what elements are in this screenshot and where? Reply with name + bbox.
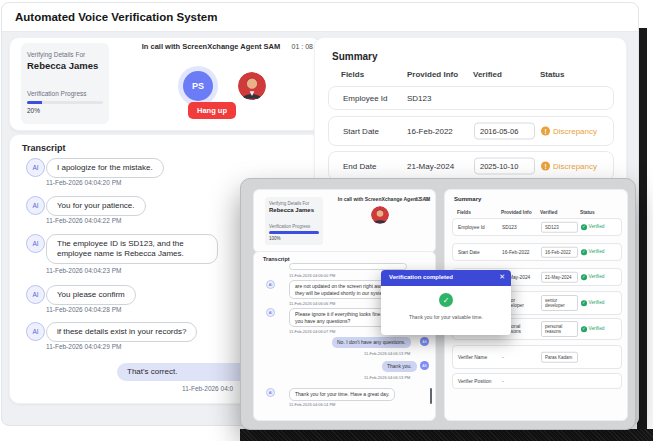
verified-input[interactable]: 21-May-2024 — [541, 272, 578, 283]
status-badge: ✓ Verified — [581, 274, 605, 280]
verified-input[interactable]: 16-Feb-2022 — [541, 247, 578, 258]
status-label: Verified — [589, 301, 605, 306]
transcript-title: Transcript — [263, 256, 290, 262]
message-timestamp: 11-Feb-2026 04:0 — [182, 385, 233, 392]
verified-date-input[interactable] — [474, 123, 535, 140]
verified-input[interactable]: senior developer — [541, 295, 578, 311]
message-timestamp: 11-Feb-2026 04:06:00 PM — [289, 273, 335, 278]
person-avatar — [371, 206, 389, 224]
transcript-message: You for your patience. — [46, 196, 146, 216]
transcript-title: Transcript — [22, 143, 66, 153]
row-provided: - — [502, 379, 504, 384]
message-timestamp: 11-Feb-2026 04:06:06 PM — [289, 301, 335, 306]
call-timer: 02 : 31 — [415, 197, 429, 202]
message-timestamp: 11-Feb-2026 04:04:20 PM — [46, 179, 121, 186]
status-badge: ! Discrepancy — [541, 162, 597, 171]
status-badge: ✓ Verified — [581, 224, 605, 230]
call-status-text: In call with ScreenXchange Agent SAM — [118, 42, 304, 51]
message-timestamp: 11-Feb-2026 04:06:14 PM — [289, 402, 335, 407]
row-provided: - — [502, 355, 504, 360]
hangup-button[interactable]: Hang up — [188, 102, 236, 119]
status-label: Discrepancy — [553, 162, 597, 171]
progress-label: Verification Progress — [27, 90, 87, 97]
row-field: Start Date — [458, 250, 480, 255]
progress-label: Verification Progress — [269, 224, 310, 229]
row-provided: 21-May-2024 — [407, 162, 454, 171]
message-timestamp: 11-Feb-2026 04:04:23 PM — [46, 267, 121, 274]
column-header-status: Status — [580, 210, 595, 215]
person-name: Rebecca James — [27, 60, 98, 71]
summary-row: Start Date 16-Feb-2022 ! Discrepancy — [328, 116, 614, 146]
modal-call-card: Verifying Details For Rebecca James Veri… — [253, 189, 436, 253]
message-timestamp: 11-Feb-2026 04:06:07 PM — [289, 329, 335, 334]
row-provided: SD123 — [407, 94, 431, 103]
verified-check-icon: ✓ — [581, 300, 587, 306]
column-header-fields: Fields — [341, 70, 364, 79]
transcript-scrollbar[interactable] — [430, 388, 432, 404]
summary-row: Employee Id SD123 SD123 ✓ Verified — [452, 218, 622, 236]
row-field: Verifier Name — [458, 355, 487, 360]
partial-message-bubble — [289, 263, 407, 270]
ai-avatar: AI — [26, 285, 45, 304]
message-timestamp: 11-Feb-2026 04:06:13 PM — [364, 375, 410, 380]
user-avatar: AS — [420, 361, 429, 370]
verified-check-icon: ✓ — [581, 224, 587, 230]
person-name: Rebecca James — [269, 207, 314, 213]
column-header-provided: Provided Info — [407, 70, 458, 79]
agent-avatar: PS — [183, 71, 213, 101]
verifier-name-input[interactable]: Paras Kadam — [541, 352, 578, 363]
transcript-message: I apologize for the mistake. — [46, 158, 164, 178]
summary-title: Summary — [454, 196, 481, 202]
status-label: Verified — [589, 225, 605, 230]
message-timestamp: 11-Feb-2026 04:04:28 PM — [46, 306, 121, 313]
verification-progress-bar — [27, 101, 103, 104]
verified-input[interactable]: SD123 — [541, 222, 578, 233]
summary-row: Verifier Name - Paras Kadam — [452, 345, 622, 369]
ai-avatar: AI — [266, 280, 275, 289]
ai-avatar: AI — [26, 158, 45, 177]
user-message: No. I don't have any questions. — [332, 337, 411, 348]
call-card: Verifying Details For Rebecca James Veri… — [9, 37, 321, 131]
row-provided: 16-Feb-2022 — [502, 250, 529, 255]
verified-input[interactable]: personal reasons — [541, 321, 578, 337]
verifying-details-box: Verifying Details For Rebecca James Veri… — [21, 43, 109, 124]
close-icon[interactable]: ✕ — [499, 273, 505, 281]
app-header: Automated Voice Verification System — [2, 3, 638, 32]
ai-avatar: AI — [26, 322, 45, 341]
column-header-provided: Provided Info — [501, 210, 532, 215]
verified-date-input[interactable] — [474, 158, 535, 175]
progress-percent: 20% — [27, 107, 40, 114]
person-photo-icon — [238, 72, 266, 100]
dialog-title: Verification completed — [389, 274, 453, 280]
verified-check-icon: ✓ — [581, 326, 587, 332]
column-header-verified: Verified — [540, 210, 557, 215]
verification-dialog: Verification completed ✕ ✓ Thank you for… — [381, 270, 511, 335]
verification-progress-bar — [269, 231, 319, 234]
call-timer: 01 : 08 — [292, 43, 313, 50]
desktop-edge-bottom — [240, 429, 653, 441]
row-provided: 16-Feb-2022 — [407, 127, 453, 136]
row-field: Employee Id — [343, 94, 387, 103]
column-header-status: Status — [540, 70, 564, 79]
person-photo-icon — [371, 206, 389, 224]
summary-row: Employee Id SD123 — [328, 86, 614, 110]
status-label: Verified — [589, 250, 605, 255]
row-field: Employee Id — [458, 225, 485, 230]
summary-row: Start Date 16-Feb-2022 16-Feb-2022 ✓ Ver… — [452, 243, 622, 261]
page-title: Automated Voice Verification System — [15, 11, 217, 23]
verified-check-icon: ✓ — [581, 274, 587, 280]
status-label: Discrepancy — [553, 127, 597, 136]
message-timestamp: 11-Feb-2026 04:04:22 PM — [46, 217, 121, 224]
summary-row: End Date 21-May-2024 ! Discrepancy — [328, 151, 614, 181]
screen: Automated Voice Verification System Veri… — [0, 0, 653, 441]
message-timestamp: 11-Feb-2026 04:04:29 PM — [46, 343, 121, 350]
person-avatar — [238, 72, 266, 100]
status-label: Verified — [589, 327, 605, 332]
ai-avatar: AI — [266, 308, 275, 317]
user-avatar: AS — [420, 337, 429, 346]
verifying-label: Verifying Details For — [269, 201, 309, 206]
ai-avatar: AI — [266, 388, 275, 397]
transcript-message: if these details exist in your records? — [46, 322, 197, 342]
summary-title: Summary — [332, 51, 378, 62]
dialog-message: Thank you for your valuable time. — [381, 314, 511, 320]
